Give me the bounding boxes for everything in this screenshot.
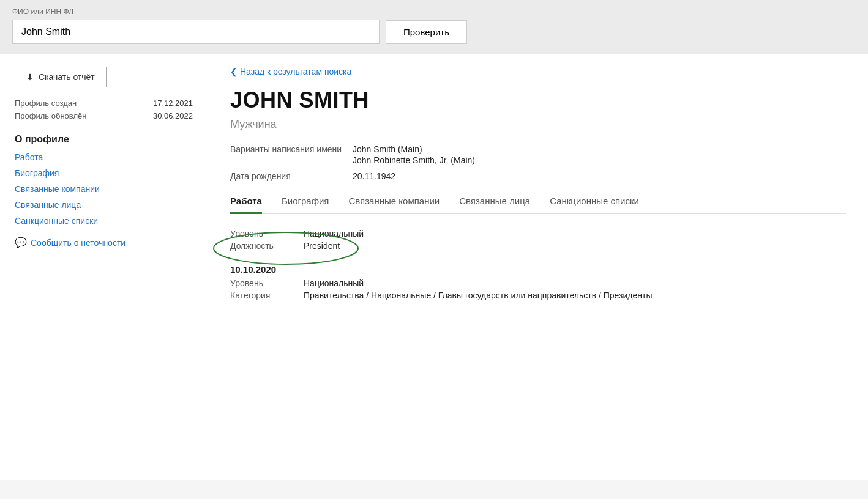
chat-icon: 💬: [15, 237, 27, 248]
work-level2-label: Уровень: [230, 278, 304, 288]
work-level2-value: Национальный: [304, 278, 364, 288]
search-input[interactable]: [12, 20, 380, 44]
profile-created-label: Профиль создан: [15, 98, 77, 108]
download-report-button[interactable]: ⬇ Скачать отчёт: [15, 67, 107, 87]
name-variant-2: John Robinette Smith, Jr. (Main): [353, 155, 475, 165]
work-position-label: Должность: [230, 241, 304, 251]
tab-persons[interactable]: Связанные лица: [459, 196, 530, 214]
name-variants-values: John Smith (Main) John Robinette Smith, …: [353, 144, 475, 165]
name-variants-row: Варианты написания имени John Smith (Mai…: [230, 144, 846, 165]
position-highlight-wrapper: Должность President: [230, 241, 340, 253]
work-category-value: Правительства / Национальные / Главы гос…: [304, 290, 653, 300]
name-variant-1: John Smith (Main): [353, 144, 475, 154]
back-link[interactable]: ❮ Назад к результатам поиска: [230, 67, 351, 76]
search-button[interactable]: Проверить: [386, 20, 467, 44]
work-content: Уровень Национальный Должность President…: [230, 229, 846, 300]
tab-biography[interactable]: Биография: [282, 196, 329, 214]
tab-sanctions[interactable]: Санкционные списки: [550, 196, 639, 214]
report-inaccuracy-label: Сообщить о неточности: [31, 238, 125, 248]
profile-created-value: 17.12.2021: [153, 98, 193, 108]
profile-name: JOHN SMITH: [230, 87, 846, 113]
name-variants-label: Варианты написания имени: [230, 144, 353, 165]
content-area: ❮ Назад к результатам поиска JOHN SMITH …: [208, 54, 868, 480]
profile-created-row: Профиль создан 17.12.2021: [15, 98, 193, 108]
sidebar: ⬇ Скачать отчёт Профиль создан 17.12.202…: [0, 54, 208, 480]
work-position-value: President: [304, 241, 340, 251]
profile-info-table: Варианты написания имени John Smith (Mai…: [230, 144, 846, 181]
sidebar-item-rabota[interactable]: Работа: [15, 152, 193, 162]
tabs-bar: Работа Биография Связанные компании Связ…: [230, 196, 846, 214]
tab-rabota[interactable]: Работа: [230, 196, 262, 214]
search-label: ФИО или ИНН ФЛ: [12, 7, 856, 16]
birthdate-value: 20.11.1942: [353, 171, 395, 181]
birthdate-label: Дата рождения: [230, 171, 353, 181]
report-inaccuracy-link[interactable]: 💬 Сообщить о неточности: [15, 237, 193, 248]
search-row: Проверить: [12, 20, 856, 44]
sidebar-item-persons[interactable]: Связанные лица: [15, 200, 193, 210]
sidebar-item-biography[interactable]: Биография: [15, 168, 193, 178]
work-date: 10.10.2020: [230, 264, 846, 275]
profile-updated-value: 30.06.2022: [153, 111, 193, 120]
work-category-row: Категория Правительства / Национальные /…: [230, 290, 846, 300]
birthdate-row: Дата рождения 20.11.1942: [230, 171, 846, 181]
sidebar-item-sanctions[interactable]: Санкционные списки: [15, 216, 193, 226]
chevron-left-icon: ❮: [230, 67, 238, 76]
work-position-row: Должность President: [230, 241, 340, 251]
download-icon: ⬇: [26, 72, 34, 82]
work-level2-row: Уровень Национальный: [230, 278, 846, 288]
sidebar-item-companies[interactable]: Связанные компании: [15, 184, 193, 194]
profile-updated-label: Профиль обновлён: [15, 111, 86, 120]
download-label: Скачать отчёт: [39, 72, 95, 82]
sidebar-section-title: О профиле: [15, 134, 193, 145]
profile-updated-row: Профиль обновлён 30.06.2022: [15, 111, 193, 120]
back-link-label: Назад к результатам поиска: [240, 67, 351, 76]
profile-gender: Мужчина: [230, 118, 846, 131]
tab-companies[interactable]: Связанные компании: [348, 196, 440, 214]
work-category-label: Категория: [230, 290, 304, 300]
main-layout: ⬇ Скачать отчёт Профиль создан 17.12.202…: [0, 54, 868, 480]
search-area: ФИО или ИНН ФЛ Проверить: [0, 0, 868, 54]
